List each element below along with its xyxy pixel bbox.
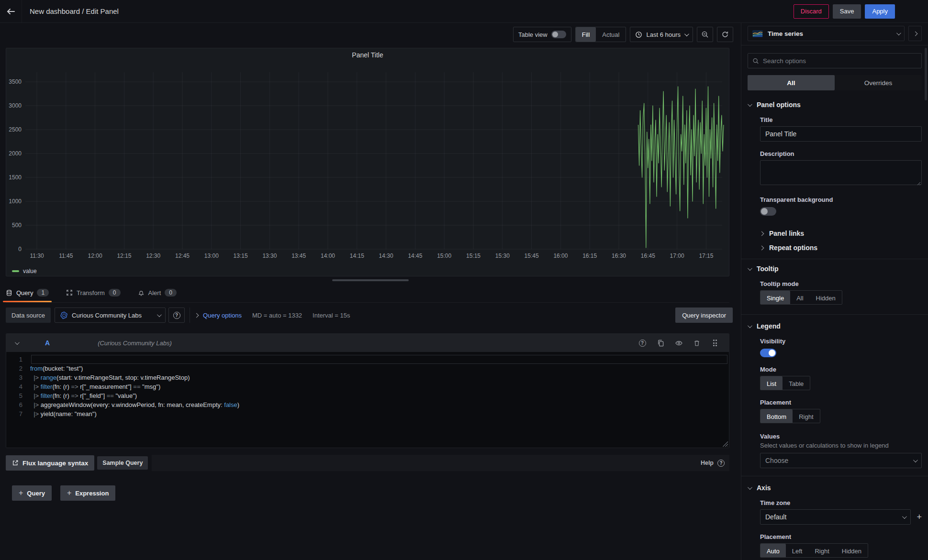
tab-transform-label: Transform [77,289,105,296]
delete-query-button[interactable] [692,338,702,348]
option-right[interactable]: Right [808,544,835,558]
section-title: Panel options [757,101,801,109]
collapse-query-icon[interactable] [15,340,20,345]
back-button[interactable] [0,0,22,23]
panel-title-input[interactable] [760,126,922,142]
collapse-sidebar-button[interactable] [908,26,922,41]
zoom-out-button[interactable] [697,27,713,42]
options-tab-all[interactable]: All [748,75,835,90]
discard-button[interactable]: Discard [794,4,829,19]
flux-code-editor[interactable]: 12from(bucket: "test")3 |> range(start: … [6,352,729,448]
svg-text:14:00: 14:00 [321,253,335,259]
add-expression-button[interactable]: + Expression [60,485,115,501]
save-button[interactable]: Save [833,4,861,19]
datasource-label: Data source [6,307,51,323]
query-editor-card: A (Curious Community Labs) [6,333,729,448]
section-title: Axis [757,484,771,492]
panel-resize-handle[interactable] [332,279,409,281]
section-tooltip[interactable]: Tooltip [748,265,922,273]
svg-text:14:45: 14:45 [408,253,422,259]
legend-series-label[interactable]: value [23,268,37,275]
hide-query-button[interactable] [673,338,684,348]
option-all[interactable]: All [790,291,809,305]
description-field-wrap [760,160,922,187]
timezone-select[interactable]: Default [760,509,911,525]
external-link-icon [12,460,19,466]
option-auto[interactable]: Auto [760,544,786,558]
duplicate-query-button[interactable] [655,338,666,348]
time-series-chart[interactable]: 050010001500200025003000350011:3011:4512… [6,62,729,264]
option-hidden[interactable]: Hidden [810,291,842,305]
option-hidden[interactable]: Hidden [836,544,868,558]
timezone-row: Default + [760,509,922,525]
query-options-label: Query options [203,312,242,319]
section-legend[interactable]: Legend [748,322,922,330]
option-bottom[interactable]: Bottom [760,409,793,423]
query-options-toggle[interactable]: Query options [195,312,242,319]
option-table[interactable]: Table [783,376,810,390]
chevron-down-icon [913,458,918,462]
code-text: from(bucket: "test") [30,364,83,373]
help-button[interactable]: Help [701,460,714,466]
svg-text:13:15: 13:15 [234,253,248,259]
svg-text:13:45: 13:45 [291,253,306,259]
repeat-options-row[interactable]: Repeat options [760,241,922,255]
chevron-down-icon [748,323,752,328]
option-list[interactable]: List [760,376,783,390]
title-label: Title [760,116,922,123]
query-editor-actions [637,338,720,348]
plus-icon: + [67,489,71,497]
options-search [748,53,922,68]
legend-values-select[interactable]: Choose [760,453,922,468]
chevron-down-icon [896,31,901,35]
time-range-picker[interactable]: Last 6 hours [630,27,693,42]
search-input[interactable] [763,57,917,65]
add-timezone-button[interactable]: + [917,513,922,521]
datasource-select[interactable]: Curious Community Labs [55,307,166,323]
sample-query-button[interactable]: Sample Query [97,456,148,470]
editor-resize-corner[interactable] [722,441,728,447]
help-icon [173,312,180,319]
axis-placement-segmented: AutoLeftRightHidden [760,543,868,558]
line-number: 7 [6,409,30,418]
sidebar-scrollbar[interactable] [925,48,927,100]
tab-query[interactable]: Query 1 [6,283,49,302]
refresh-button[interactable] [717,27,733,42]
svg-text:16:00: 16:00 [553,253,568,259]
transparent-bg-label: Transparent background [760,196,922,203]
description-textarea[interactable] [760,160,922,185]
datasource-help-button[interactable] [168,307,185,323]
section-panel-options[interactable]: Panel options [748,101,922,109]
svg-text:12:00: 12:00 [88,253,102,259]
options-tab-overrides[interactable]: Overrides [835,75,922,90]
option-left[interactable]: Left [786,544,809,558]
query-ref-id[interactable]: A [45,339,50,347]
transparent-bg-toggle[interactable] [760,207,776,216]
section-axis[interactable]: Axis [748,484,922,492]
flux-syntax-button[interactable]: Flux language syntax [6,455,94,471]
divider [741,476,928,476]
tab-alert[interactable]: Alert 0 [138,283,177,302]
svg-text:11:45: 11:45 [59,253,73,259]
visualization-select[interactable]: Time series [748,26,905,41]
tab-transform[interactable]: Transform 0 [66,283,120,302]
option-right[interactable]: Right [793,409,819,423]
search-icon [752,57,759,65]
add-query-button[interactable]: + Query [12,485,52,501]
svg-text:15:45: 15:45 [525,253,539,259]
option-actual[interactable]: Actual [596,27,626,42]
section-title: Tooltip [757,265,779,273]
option-single[interactable]: Single [760,291,790,305]
apply-button[interactable]: Apply [865,4,895,19]
query-help-button[interactable] [637,338,648,348]
table-view-toggle[interactable] [551,31,566,38]
svg-text:14:15: 14:15 [350,253,364,259]
drag-query-handle[interactable] [710,338,720,348]
max-datapoints-info: MD = auto = 1332 [252,312,302,319]
legend-visibility-toggle[interactable] [760,349,776,357]
option-fill[interactable]: Fill [576,27,596,42]
query-inspector-button[interactable]: Query inspector [675,307,733,323]
panel-links-row[interactable]: Panel links [760,226,922,241]
tooltip-mode-segmented: SingleAllHidden [760,290,842,305]
chevron-down-icon [157,312,162,317]
